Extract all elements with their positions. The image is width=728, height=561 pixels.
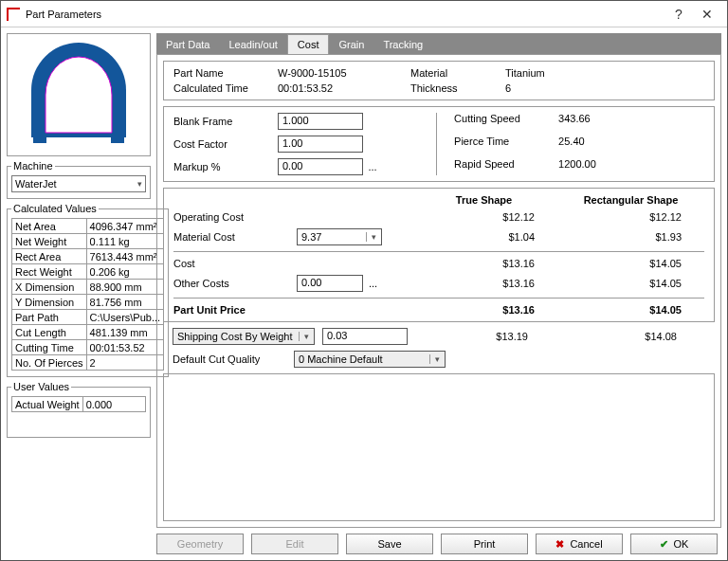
window-title: Part Parameters: [26, 9, 664, 20]
tab-bar: Part DataLeadin/outCostGrainTracking: [156, 33, 721, 54]
machine-label: Machine: [11, 160, 55, 172]
svg-rect-1: [111, 136, 124, 143]
other-costs-more-button[interactable]: ...: [369, 278, 377, 289]
user-values-label: User Values: [11, 381, 71, 392]
right-panel: Part DataLeadin/outCostGrainTracking Par…: [156, 27, 727, 528]
table-row: Rect Weight0.206 kg: [12, 264, 164, 280]
save-button[interactable]: Save: [346, 534, 433, 554]
notes-area[interactable]: [163, 373, 715, 521]
table-row: Y Dimension81.756 mm: [12, 295, 164, 310]
user-values-group: User Values Actual Weight0.000: [7, 381, 151, 438]
geometry-button[interactable]: Geometry: [156, 534, 244, 554]
user-values-table: Actual Weight0.000: [11, 396, 146, 412]
tab-grain[interactable]: Grain: [329, 35, 373, 54]
material-cost-select[interactable]: 9.37▾: [297, 228, 382, 245]
table-row: Net Weight0.111 kg: [12, 234, 164, 249]
blank-frame-input[interactable]: 1.000: [278, 113, 363, 130]
close-button[interactable]: ✕: [693, 7, 721, 22]
params-box: Blank Frame 1.000 Cost Factor 1.00 Marku…: [163, 106, 715, 182]
machine-select[interactable]: WaterJet ▾: [11, 175, 146, 192]
cancel-button[interactable]: ✖ Cancel: [536, 534, 623, 554]
calculated-values-label: Calculated Values: [11, 203, 99, 214]
part-preview: [7, 33, 151, 156]
cut-quality-select[interactable]: 0 Machine Default▾: [294, 351, 446, 368]
quality-row: Default Cut Quality 0 Machine Default▾: [163, 351, 715, 368]
tab-tracking[interactable]: Tracking: [373, 35, 432, 54]
markup-input[interactable]: 0.00: [278, 158, 363, 175]
svg-rect-0: [33, 136, 46, 143]
tab-cost[interactable]: Cost: [287, 34, 330, 54]
ok-button[interactable]: ✔ OK: [630, 534, 718, 554]
help-button[interactable]: ?: [664, 7, 693, 22]
cost-panel: Part Name W-9000-15105 Material Titanium…: [156, 54, 721, 528]
table-row: Actual Weight0.000: [12, 397, 146, 412]
edit-button[interactable]: Edit: [251, 534, 338, 554]
other-costs-input[interactable]: 0.00: [297, 275, 363, 292]
table-row: Rect Area7613.443 mm²: [12, 249, 164, 264]
calculated-values-table: Net Area4096.347 mm²Net Weight0.111 kgRe…: [11, 218, 164, 371]
shipping-value-input[interactable]: 0.03: [322, 328, 408, 345]
part-parameters-window: Part Parameters ? ✕ Machine WaterJet ▾: [0, 0, 728, 561]
shipping-row: Shipping Cost By Weight▾ 0.03 $13.19 $14…: [163, 328, 715, 345]
header-box: Part Name W-9000-15105 Material Titanium…: [163, 61, 715, 100]
print-button[interactable]: Print: [441, 534, 528, 554]
table-row: Cutting Time00:01:53.52: [12, 340, 164, 355]
table-row: Cut Length481.139 mm: [12, 325, 164, 340]
chevron-down-icon: ▾: [137, 179, 142, 189]
calculated-values-group: Calculated Values Net Area4096.347 mm²Ne…: [7, 203, 169, 377]
shipping-mode-select[interactable]: Shipping Cost By Weight▾: [173, 328, 315, 345]
costs-box: True Shape Rectangular Shape Operating C…: [163, 188, 715, 322]
titlebar: Part Parameters ? ✕: [1, 1, 727, 27]
table-row: No. Of Pierces2: [12, 355, 164, 371]
app-icon: [7, 8, 20, 21]
table-row: Part PathC:\Users\Pub...: [12, 310, 164, 325]
table-row: Net Area4096.347 mm²: [12, 219, 164, 234]
markup-more-button[interactable]: ...: [363, 161, 382, 172]
ok-icon: ✔: [660, 538, 668, 551]
machine-group: Machine WaterJet ▾: [7, 160, 151, 199]
cost-factor-input[interactable]: 1.00: [278, 136, 363, 153]
tab-part-data[interactable]: Part Data: [156, 35, 219, 54]
left-panel: Machine WaterJet ▾ Calculated Values Net…: [1, 27, 156, 528]
tab-leadin-out[interactable]: Leadin/out: [219, 35, 286, 54]
cancel-icon: ✖: [555, 538, 564, 551]
footer: Geometry Edit Save Print ✖ Cancel ✔ OK: [1, 528, 727, 560]
table-row: X Dimension88.900 mm: [12, 280, 164, 295]
